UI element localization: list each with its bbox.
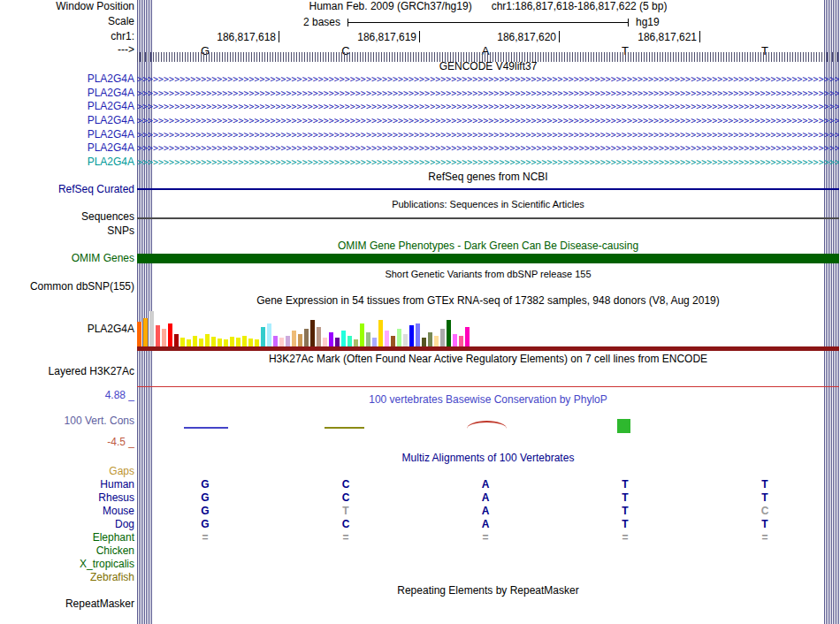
gtex-track-title[interactable]: Gene Expression in 54 tissues from GTEx … — [137, 295, 839, 307]
gtex-expression-bar[interactable] — [143, 318, 148, 346]
transcript-direction-arrows[interactable]: >>>>>>>>>>>>>>>>>>>>>>>>>>>>>>>>>>>>>>>>… — [137, 114, 839, 128]
gtex-expression-bar[interactable] — [174, 334, 179, 346]
phylop-track-title[interactable]: 100 vertebrates Basewise Conservation by… — [137, 394, 839, 406]
gtex-expression-bar[interactable] — [248, 339, 253, 346]
gtex-expression-bar[interactable] — [224, 339, 228, 346]
gtex-expression-bar[interactable] — [255, 339, 259, 346]
multiz-species-label[interactable]: Elephant — [0, 532, 134, 544]
gtex-expression-bar[interactable] — [273, 336, 278, 346]
gtex-expression-bar[interactable] — [187, 339, 191, 346]
multiz-row-human[interactable]: HumanGCATT — [0, 478, 840, 491]
gtex-expression-bar[interactable] — [354, 339, 358, 346]
transcript-direction-arrows[interactable]: >>>>>>>>>>>>>>>>>>>>>>>>>>>>>>>>>>>>>>>>… — [137, 87, 839, 101]
multiz-species-label[interactable]: X_tropicalis — [0, 559, 134, 570]
gencode-track-title[interactable]: GENCODE V49lift37 — [137, 61, 839, 72]
gtex-expression-bar[interactable] — [440, 329, 445, 346]
repeatmasker-track-label[interactable]: RepeatMasker — [0, 598, 134, 610]
phylop-track-label[interactable]: 100 Vert. Cons — [0, 415, 134, 427]
multiz-species-label[interactable]: Mouse — [0, 506, 134, 517]
h3k27ac-track-label[interactable]: Layered H3K27Ac — [0, 366, 134, 377]
gene-label[interactable]: PLA2G4A — [0, 115, 134, 126]
gene-label[interactable]: PLA2G4A — [0, 88, 134, 99]
gencode-transcript[interactable]: PLA2G4A>>>>>>>>>>>>>>>>>>>>>>>>>>>>>>>>>… — [0, 100, 840, 114]
publications-line[interactable] — [137, 217, 839, 219]
gtex-expression-bar[interactable] — [162, 329, 166, 346]
gtex-expression-bar[interactable] — [180, 338, 185, 346]
gtex-expression-bar[interactable] — [317, 327, 321, 346]
gtex-expression-bar[interactable] — [403, 334, 408, 346]
gtex-expression-bar[interactable] — [242, 336, 247, 346]
multiz-track-title[interactable]: Multiz Alignments of 100 Vertebrates — [137, 453, 839, 464]
gtex-expression-bar[interactable] — [149, 311, 154, 346]
transcript-direction-arrows[interactable]: >>>>>>>>>>>>>>>>>>>>>>>>>>>>>>>>>>>>>>>>… — [137, 156, 839, 170]
snps-track-label[interactable]: SNPs — [0, 225, 134, 237]
multiz-species-label[interactable]: Gaps — [0, 466, 134, 477]
gtex-expression-bar[interactable] — [193, 336, 197, 346]
refseq-track-label[interactable]: RefSeq Curated — [0, 184, 134, 195]
multiz-row-gaps[interactable]: Gaps — [0, 465, 840, 478]
gtex-expression-bar[interactable] — [304, 329, 309, 346]
omim-gene-bar[interactable] — [137, 254, 839, 263]
publications-track-title[interactable]: Publications: Sequences in Scientific Ar… — [137, 199, 839, 210]
multiz-species-label[interactable]: Human — [0, 479, 134, 491]
ruler-coordinates[interactable]: 186,817,618186,817,619186,817,620186,817… — [137, 31, 839, 43]
transcript-direction-arrows[interactable]: >>>>>>>>>>>>>>>>>>>>>>>>>>>>>>>>>>>>>>>>… — [137, 72, 839, 87]
h3k27ac-track-title[interactable]: H3K27Ac Mark (Often Found Near Active Re… — [137, 354, 839, 365]
gencode-transcript[interactable]: PLA2G4A>>>>>>>>>>>>>>>>>>>>>>>>>>>>>>>>>… — [0, 128, 840, 142]
gtex-expression-bar[interactable] — [409, 325, 414, 346]
gtex-expression-bar[interactable] — [279, 338, 284, 346]
gtex-expression-bar[interactable] — [341, 331, 346, 346]
gtex-baseline-bar[interactable] — [137, 346, 839, 351]
multiz-species-label[interactable]: Zebrafish — [0, 572, 134, 583]
multiz-row-elephant[interactable]: Elephant===== — [0, 531, 840, 544]
multiz-species-label[interactable]: Rhesus — [0, 492, 134, 504]
omim-track-title[interactable]: OMIM Gene Phenotypes - Dark Green Can Be… — [137, 240, 839, 252]
repeatmasker-track-title[interactable]: Repeating Elements by RepeatMasker — [137, 585, 839, 597]
gene-label[interactable]: PLA2G4A — [0, 101, 134, 112]
gencode-transcript[interactable]: PLA2G4A>>>>>>>>>>>>>>>>>>>>>>>>>>>>>>>>>… — [0, 114, 840, 128]
gtex-expression-bar[interactable] — [459, 336, 463, 346]
gtex-expression-bar[interactable] — [156, 325, 160, 346]
gene-label[interactable]: PLA2G4A — [0, 156, 134, 168]
gencode-transcript[interactable]: PLA2G4A>>>>>>>>>>>>>>>>>>>>>>>>>>>>>>>>>… — [0, 72, 840, 87]
transcript-direction-arrows[interactable]: >>>>>>>>>>>>>>>>>>>>>>>>>>>>>>>>>>>>>>>>… — [137, 128, 839, 142]
refseq-gene-line[interactable] — [137, 188, 839, 190]
gtex-expression-bar[interactable] — [292, 331, 296, 346]
gene-label[interactable]: PLA2G4A — [0, 129, 134, 141]
gtex-expression-bar[interactable] — [261, 327, 265, 346]
gencode-transcript[interactable]: PLA2G4A>>>>>>>>>>>>>>>>>>>>>>>>>>>>>>>>>… — [0, 141, 840, 156]
multiz-row-dog[interactable]: DogGCATT — [0, 518, 840, 531]
gtex-expression-bar[interactable] — [385, 331, 389, 346]
transcript-direction-arrows[interactable]: >>>>>>>>>>>>>>>>>>>>>>>>>>>>>>>>>>>>>>>>… — [137, 100, 839, 114]
gtex-expression-bar[interactable] — [236, 338, 241, 346]
gtex-expression-bar[interactable] — [378, 320, 383, 346]
gtex-expression-bar[interactable] — [347, 336, 352, 346]
gtex-expression-bar[interactable] — [465, 327, 470, 346]
gtex-expression-bar[interactable] — [372, 338, 377, 346]
gtex-expression-bar[interactable] — [267, 323, 271, 346]
gencode-transcript[interactable]: PLA2G4A>>>>>>>>>>>>>>>>>>>>>>>>>>>>>>>>>… — [0, 87, 840, 101]
conservation-mark-bar[interactable] — [617, 419, 630, 433]
gtex-gene-label[interactable]: PLA2G4A — [0, 323, 134, 335]
multiz-row-zebrafish[interactable]: Zebrafish — [0, 571, 840, 584]
gtex-expression-bar[interactable] — [416, 323, 420, 346]
gtex-expression-bar[interactable] — [137, 322, 141, 346]
gtex-expression-bar[interactable] — [329, 332, 333, 346]
gtex-expression-bar[interactable] — [310, 320, 315, 346]
omim-track-label[interactable]: OMIM Genes — [0, 253, 134, 264]
dbsnp-track-title[interactable]: Short Genetic Variants from dbSNP releas… — [137, 269, 839, 280]
gtex-expression-bar[interactable] — [360, 323, 364, 346]
refseq-track-title[interactable]: RefSeq genes from NCBI — [137, 171, 839, 183]
gtex-expression-bar[interactable] — [422, 338, 426, 346]
publications-track-label[interactable]: Sequences — [0, 211, 134, 223]
multiz-row-chicken[interactable]: Chicken — [0, 544, 840, 558]
gtex-expression-bar[interactable] — [447, 320, 451, 346]
multiz-row-mouse[interactable]: MouseGTATC — [0, 505, 840, 518]
gtex-expression-bar[interactable] — [286, 336, 290, 346]
multiz-species-label[interactable]: Chicken — [0, 545, 134, 557]
transcript-direction-arrows[interactable]: >>>>>>>>>>>>>>>>>>>>>>>>>>>>>>>>>>>>>>>>… — [137, 141, 839, 156]
gtex-expression-bar[interactable] — [205, 334, 210, 346]
multiz-species-label[interactable]: Dog — [0, 519, 134, 530]
multiz-row-rhesus[interactable]: RhesusGCATT — [0, 491, 840, 505]
gtex-expression-bar[interactable] — [298, 334, 302, 346]
